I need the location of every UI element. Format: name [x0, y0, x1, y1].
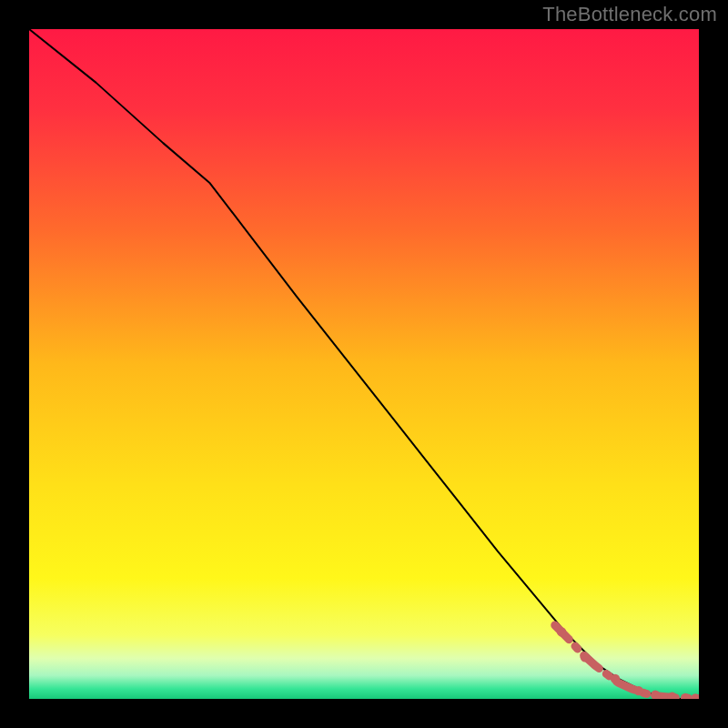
tail-marker — [634, 686, 643, 695]
plot-area — [29, 29, 699, 699]
watermark-text: TheBottleneck.com — [542, 3, 717, 26]
tail-marker — [557, 627, 566, 636]
chart-stage: TheBottleneck.com — [0, 0, 728, 728]
chart-svg — [29, 29, 699, 699]
tail-marker — [581, 652, 590, 662]
gradient-background — [29, 29, 699, 699]
tail-marker — [611, 674, 620, 683]
